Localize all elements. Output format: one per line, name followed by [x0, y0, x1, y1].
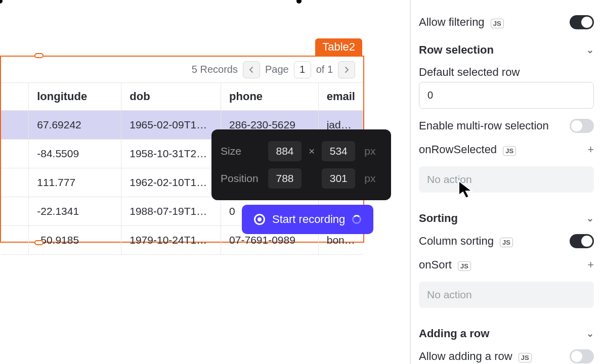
allow-adding-row-label: Allow adding a row JS — [419, 350, 532, 363]
current-page[interactable]: 1 — [294, 61, 311, 78]
resize-handle-bottom[interactable] — [34, 240, 44, 245]
of-label: of 1 — [316, 64, 333, 75]
edge-dot — [0, 0, 3, 4]
column-header[interactable]: dob — [121, 83, 221, 111]
size-unit: px — [362, 145, 375, 157]
position-label: Position — [221, 172, 261, 185]
resize-handle-top[interactable] — [34, 53, 44, 58]
table-cell[interactable]: 1965-02-09T17:2... — [121, 111, 221, 140]
prev-page-button[interactable] — [243, 61, 260, 78]
table-cell[interactable]: 1962-02-10T16:0... — [121, 168, 221, 197]
js-badge[interactable]: JS — [500, 238, 513, 247]
default-selected-row-label: Default selected row — [419, 66, 520, 79]
widget-label[interactable]: Table2 — [315, 38, 362, 58]
js-badge[interactable]: JS — [503, 146, 516, 156]
on-row-selected-label: onRowSelected JS — [419, 143, 516, 156]
column-sorting-label: Column sorting JS — [419, 235, 513, 248]
table-cell[interactable]: 1958-10-31T22:4... — [121, 140, 221, 168]
add-action-button[interactable]: + — [587, 143, 594, 156]
chevron-down-icon: ⌄ — [586, 213, 594, 224]
sorting-section[interactable]: Sorting ⌄ — [419, 203, 594, 229]
multi-row-label: Enable multi-row selection — [419, 119, 549, 132]
row-select-cell[interactable] — [1, 197, 29, 226]
adding-row-section[interactable]: Adding a row ⌄ — [419, 318, 594, 344]
chevron-left-icon — [248, 66, 254, 73]
table-cell[interactable]: -22.1341 — [29, 197, 121, 226]
chevron-right-icon — [344, 66, 350, 73]
pagination-bar: 5 Records Page 1 of 1 — [1, 57, 363, 83]
column-header[interactable]: longitude — [29, 83, 121, 111]
position-unit: px — [362, 172, 375, 185]
record-label: Start recording — [272, 213, 345, 226]
js-badge[interactable]: JS — [458, 261, 471, 271]
row-select-cell[interactable] — [1, 140, 29, 168]
table-cell[interactable]: 1979-10-24T17:5... — [121, 226, 221, 255]
edge-dot — [296, 0, 302, 4]
row-select-cell[interactable] — [1, 226, 29, 255]
size-position-popover[interactable]: Size 884 × 534 px Position 788 × 301 px — [211, 129, 391, 200]
next-page-button[interactable] — [338, 61, 355, 78]
canvas: Table2 5 Records Page 1 of 1 longitude — [0, 0, 411, 364]
spinner-icon — [352, 215, 361, 224]
table-cell[interactable]: 1988-07-19T14:2... — [121, 197, 221, 226]
allow-adding-row-toggle[interactable] — [570, 349, 594, 363]
record-icon — [254, 214, 265, 225]
allow-filtering-label: Allow filtering JS — [419, 16, 504, 29]
position-x-input[interactable]: 788 — [268, 168, 302, 189]
properties-panel: Allow filtering JS Row selection ⌄ Defau… — [412, 0, 601, 364]
table-cell[interactable]: 67.69242 — [29, 111, 121, 140]
chevron-down-icon: ⌄ — [586, 44, 594, 56]
start-recording-button[interactable]: Start recording — [242, 205, 373, 234]
row-select-cell[interactable] — [1, 168, 29, 197]
size-width-input[interactable]: 884 — [268, 141, 302, 161]
table-cell[interactable]: 111.777 — [29, 168, 121, 197]
table-header-row: longitude dob phone email — [1, 83, 363, 111]
on-row-selected-action[interactable]: No action — [419, 166, 594, 193]
size-label: Size — [221, 145, 261, 157]
add-action-button[interactable]: + — [587, 258, 594, 271]
chevron-down-icon: ⌄ — [586, 328, 594, 339]
row-selection-section[interactable]: Row selection ⌄ — [419, 34, 594, 61]
column-header[interactable]: email — [318, 83, 363, 111]
position-y-input[interactable]: 301 — [322, 168, 355, 189]
dimension-separator: × — [309, 145, 315, 157]
page-label: Page — [265, 64, 289, 75]
size-height-input[interactable]: 534 — [322, 141, 355, 161]
column-sorting-toggle[interactable] — [570, 234, 594, 248]
multi-row-toggle[interactable] — [570, 119, 594, 133]
on-sort-label: onSort JS — [419, 258, 471, 271]
row-select-header — [1, 83, 29, 111]
table-cell[interactable]: -84.5509 — [29, 140, 121, 168]
allow-filtering-toggle[interactable] — [570, 15, 594, 29]
default-selected-row-input[interactable] — [419, 82, 594, 109]
row-select-cell[interactable] — [1, 111, 29, 140]
table-cell[interactable]: -50.9185 — [29, 226, 121, 255]
column-header[interactable]: phone — [221, 83, 319, 111]
on-sort-action[interactable]: No action — [419, 282, 594, 308]
records-count: 5 Records — [192, 64, 238, 75]
js-badge[interactable]: JS — [491, 19, 504, 28]
js-badge[interactable]: JS — [519, 353, 532, 362]
